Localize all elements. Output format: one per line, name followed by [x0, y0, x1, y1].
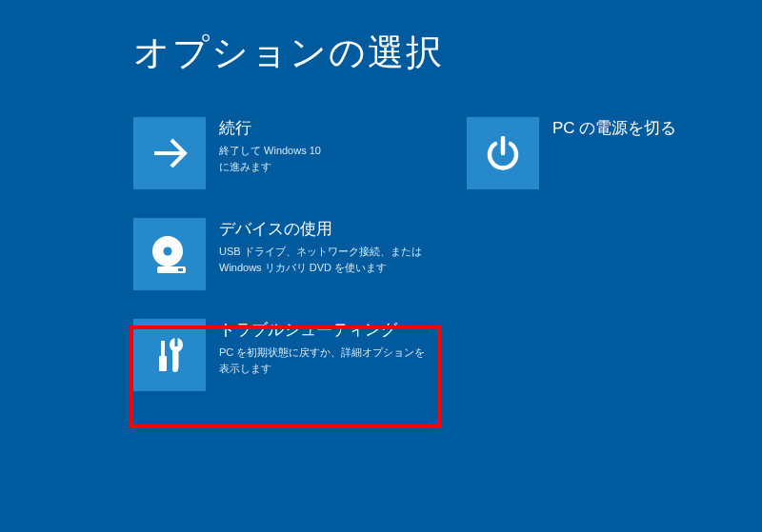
options-grid: 続行 終了して Windows 10に進みます デバイスの使用 USB ドラ: [133, 113, 762, 401]
power-icon: [467, 117, 539, 189]
svg-point-2: [164, 247, 172, 256]
option-troubleshoot-desc: PC を初期状態に戻すか、詳細オプションを表示します: [219, 345, 432, 376]
option-use-device-text: デバイスの使用 USB ドライブ、ネットワーク接続、またはWindows リカバ…: [219, 218, 432, 275]
arrow-right-icon: [133, 117, 206, 189]
options-col-right: PC の電源を切る: [467, 113, 733, 401]
options-col-left: 続行 終了して Windows 10に進みます デバイスの使用 USB ドラ: [133, 113, 438, 401]
svg-rect-7: [174, 350, 179, 369]
choose-option-screen: オプションの選択 続行 終了して Windows 10に進みます: [0, 0, 762, 401]
page-title: オプションの選択: [133, 29, 762, 77]
option-use-device-desc: USB ドライブ、ネットワーク接続、またはWindows リカバリ DVD を使…: [219, 244, 432, 275]
svg-rect-4: [178, 268, 183, 271]
option-turn-off[interactable]: PC の電源を切る: [467, 113, 733, 199]
option-continue-desc: 終了して Windows 10に進みます: [219, 143, 432, 174]
option-continue-text: 続行 終了して Windows 10に進みます: [219, 117, 432, 174]
option-turn-off-text: PC の電源を切る: [552, 117, 728, 143]
option-continue-title: 続行: [219, 119, 432, 138]
disc-icon: [133, 218, 206, 290]
svg-rect-8: [175, 338, 178, 346]
option-turn-off-title: PC の電源を切る: [552, 119, 728, 138]
option-continue[interactable]: 続行 終了して Windows 10に進みます: [133, 113, 438, 199]
option-use-device-title: デバイスの使用: [219, 220, 432, 239]
option-troubleshoot-text: トラブルシューティング PC を初期状態に戻すか、詳細オプションを表示します: [219, 319, 432, 376]
option-use-device[interactable]: デバイスの使用 USB ドライブ、ネットワーク接続、またはWindows リカバ…: [133, 214, 438, 300]
tools-icon: [133, 319, 206, 391]
svg-rect-6: [159, 356, 167, 371]
svg-rect-5: [161, 341, 165, 356]
option-troubleshoot-title: トラブルシューティング: [219, 321, 432, 340]
option-troubleshoot[interactable]: トラブルシューティング PC を初期状態に戻すか、詳細オプションを表示します: [133, 315, 438, 401]
